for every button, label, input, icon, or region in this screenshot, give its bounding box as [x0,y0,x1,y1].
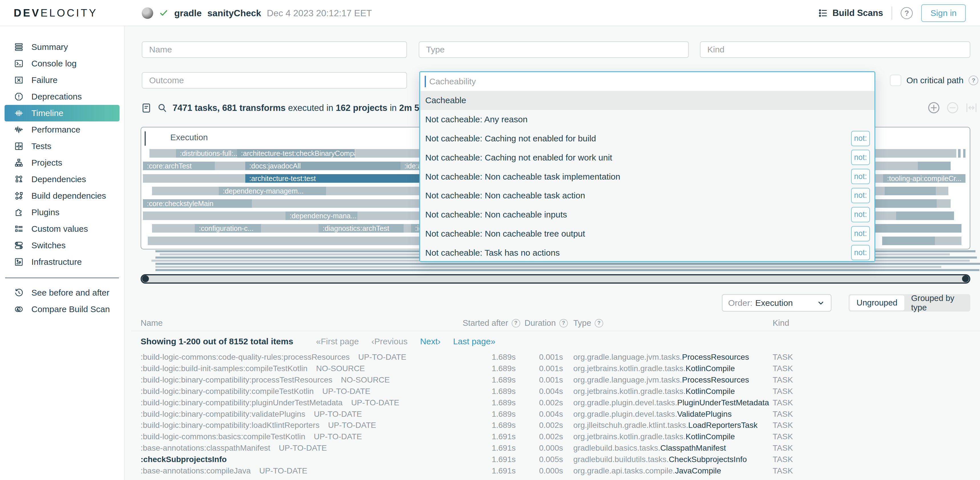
filter-outcome-input[interactable] [142,72,407,89]
critical-path-help-icon[interactable]: ? [969,76,978,85]
timeline-bar-segment[interactable] [143,174,245,183]
table-row[interactable]: :build-logic:binary-compatibility:loadKt… [0,420,980,431]
cacheability-option[interactable]: Not cacheable: Non cacheable inputsnot: [420,205,875,224]
cacheability-option[interactable]: Not cacheable: Task has no actionsnot: [420,243,875,262]
cacheability-option[interactable]: Not cacheable: Caching not enabled for w… [420,148,875,167]
filter-kind-input[interactable] [700,41,970,58]
sidebar-item-infrastructure[interactable]: Infrastructure [0,254,124,270]
cacheability-option[interactable]: Not cacheable: Caching not enabled for b… [420,129,875,148]
table-row[interactable]: :build-logic:binary-compatibility:proces… [0,374,980,386]
timeline-bar-segment[interactable] [152,187,219,195]
scrollbar-left-handle[interactable] [142,275,149,282]
sidebar-item-timeline[interactable]: Timeline [5,105,119,122]
table-row[interactable]: :base-annotations:classpathManifestUP-TO… [0,442,980,454]
table-row[interactable]: :build-logic:binary-compatibility:compil… [0,386,980,397]
scrollbar-right-handle[interactable] [962,275,969,282]
duration-help-icon[interactable]: ? [559,319,568,328]
cacheability-option[interactable]: Not cacheable: Non cacheable task implem… [420,167,875,186]
filter-type-input[interactable] [419,41,689,58]
timeline-task-bar[interactable]: :core:checkstyleMain [143,199,252,208]
sidebar-item-deprecations[interactable]: Deprecations [0,88,124,105]
not-filter-button[interactable]: not: [851,150,870,165]
cacheability-input[interactable]: Cacheability [420,72,875,91]
sidebar-item-custom-values[interactable]: Custom values [0,220,124,237]
last-page-link[interactable]: Last page» [453,337,495,346]
sidebar-item-tests[interactable]: Tests [0,138,124,154]
previous-page-link[interactable]: ‹Previous [371,337,407,346]
timeline-task-bar[interactable]: :ide:arc [401,162,420,170]
timeline-task-bar[interactable]: :architecture-test:test [245,174,419,183]
filter-name-input[interactable] [142,41,407,58]
timeline-bar-segment[interactable] [215,162,245,170]
table-row[interactable]: :build-logic-commons:code-quality-rules:… [0,352,980,363]
not-filter-button[interactable]: not: [851,131,870,146]
timeline-bar-segment[interactable] [874,224,961,233]
table-row[interactable]: :build-logic-commons:basics:compileTestK… [0,431,980,442]
table-row[interactable]: :build-logic:binary-compatibility:valida… [0,409,980,420]
timeline-scrollbar[interactable] [141,274,970,284]
timeline-bar-segment[interactable] [935,236,961,245]
timeline-task-bar[interactable]: :core:archTest [143,162,215,170]
table-row[interactable]: :checkSubprojectsInfo1.691s0.005sgradleb… [0,454,980,465]
grouped-by-type-tab[interactable]: Grouped by type [904,295,969,310]
timeline-bar-segment[interactable] [885,187,936,195]
timeline-bar-segment[interactable] [937,199,951,208]
timeline-bar-segment[interactable] [963,149,966,158]
timeline-bar-segment[interactable] [896,211,954,220]
timeline-bar-segment[interactable] [958,149,961,158]
timeline-task-bar[interactable]: :dependency-managem... [219,187,326,195]
zoom-in-icon[interactable] [927,101,941,115]
sidebar-item-dependencies[interactable]: Dependencies [0,171,124,188]
timeline-task-bar[interactable]: :ide- [411,224,419,233]
timeline-bar-segment[interactable] [918,162,951,170]
on-critical-path-checkbox[interactable] [890,74,901,86]
timeline-task-bar[interactable]: :configuration-c... [195,224,261,233]
first-page-link[interactable]: «First page [316,337,359,346]
timeline-bar-segment[interactable] [152,224,195,233]
timeline-task-bar[interactable]: :dependency-mana... [285,211,357,220]
timeline-bar-segment[interactable] [404,224,411,233]
sidebar-item-build-dependencies[interactable]: Build dependencies [0,188,124,204]
sidebar-item-performance[interactable]: Performance [0,122,124,138]
next-page-link[interactable]: Next› [420,337,441,346]
not-filter-button[interactable]: not: [851,245,870,260]
timeline-bar-segment[interactable] [882,236,935,245]
started-after-help-icon[interactable]: ? [512,319,520,328]
table-row[interactable]: :build-logic:build-init-samples:compileT… [0,363,980,374]
sidebar-action-see-before-and-after[interactable]: See before and after [0,284,124,301]
not-filter-button[interactable]: not: [851,188,870,203]
sidebar-item-failure[interactable]: Failure [0,72,124,88]
type-help-icon[interactable]: ? [595,319,603,328]
table-row[interactable]: :base-annotations:compileJavaUP-TO-DATE1… [0,465,980,477]
build-scans-button[interactable]: Build Scans [818,8,883,19]
timeline-bar-segment[interactable] [874,199,937,208]
timeline-task-bar[interactable]: :tooling-api:compileCr... [883,174,966,183]
timeline-bar-segment[interactable] [150,149,176,158]
cacheability-option[interactable]: Not cacheable: Non cacheable tree output… [420,224,875,243]
timeline-task-bar[interactable]: :distributions-full:... [176,149,237,158]
sidebar-item-summary[interactable]: Summary [0,39,124,55]
timeline-bar-segment[interactable] [143,211,285,220]
timeline-task-bar[interactable]: :diagnostics:archTest [318,224,404,233]
sidebar-action-compare-build-scan[interactable]: Compare Build Scan [0,301,124,318]
timeline-bar-segment[interactable] [936,187,948,195]
not-filter-button[interactable]: not: [851,169,870,184]
ungrouped-tab[interactable]: Ungrouped [850,295,904,310]
help-icon[interactable]: ? [901,7,913,19]
timeline-bar-segment[interactable] [261,224,319,233]
cacheability-option[interactable]: Cacheable [420,91,875,110]
zoom-out-icon[interactable] [946,101,959,115]
sign-in-button[interactable]: Sign in [921,4,966,22]
cacheability-option[interactable]: Not cacheable: Any reason [420,110,875,129]
not-filter-button[interactable]: not: [851,207,870,222]
cacheability-option[interactable]: Not cacheable: Non cacheable task action… [420,186,875,205]
sidebar-item-console-log[interactable]: Console log [0,55,124,72]
not-filter-button[interactable]: not: [851,226,870,241]
order-select[interactable]: Order: Execution [722,294,831,312]
timeline-task-bar[interactable]: :architecture-test:checkBinaryCompati... [237,149,355,158]
sidebar-item-projects[interactable]: Projects [0,154,124,171]
sidebar-item-plugins[interactable]: Plugins [0,204,124,220]
timeline-task-bar[interactable]: :docs:javadocAll [245,162,401,170]
sidebar-item-switches[interactable]: Switches [0,237,124,254]
zoom-fit-icon[interactable] [965,101,978,115]
